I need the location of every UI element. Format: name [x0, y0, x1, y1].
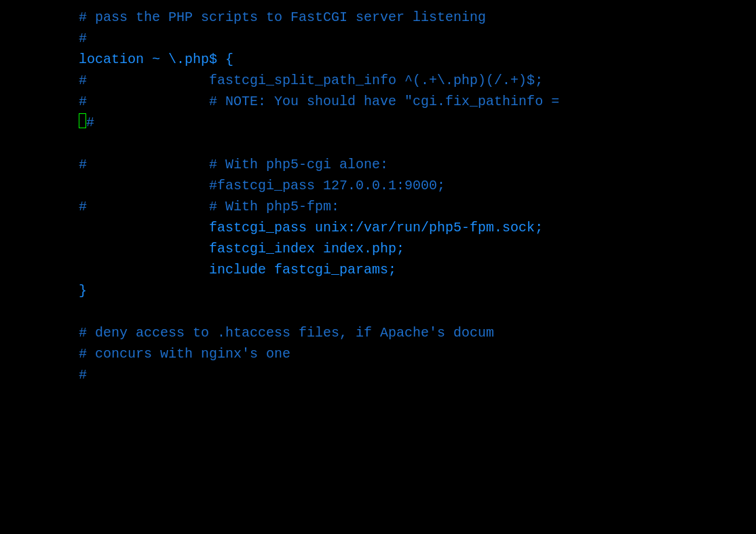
code-text: # fastcgi_split_path_info ^(.+\.php)(/.+…	[14, 70, 543, 91]
code-line-4: # fastcgi_split_path_info ^(.+\.php)(/.+…	[0, 70, 756, 91]
code-line-6: #	[0, 112, 756, 133]
code-text: #	[14, 28, 87, 49]
text-cursor	[79, 113, 86, 128]
code-text: location ~ \.php$ {	[14, 49, 233, 70]
code-line-9: #fastcgi_pass 127.0.0.1:9000;	[0, 175, 756, 196]
code-text: }	[14, 280, 87, 301]
code-line-13: include fastcgi_params;	[0, 259, 756, 280]
code-text: fastcgi_pass unix:/var/run/php5-fpm.sock…	[14, 217, 543, 238]
code-line-3: location ~ \.php$ {	[0, 49, 756, 70]
code-text: # # With php5-fpm:	[14, 196, 339, 217]
code-editor: # pass the PHP scripts to FastCGI server…	[0, 0, 756, 534]
code-line-8: # # With php5-cgi alone:	[0, 154, 756, 175]
code-line-18: #	[0, 364, 756, 385]
code-text: # pass the PHP scripts to FastCGI server…	[14, 7, 494, 28]
code-text: #fastcgi_pass 127.0.0.1:9000;	[14, 175, 445, 196]
code-text	[14, 112, 79, 133]
code-line-17: # concurs with nginx's one	[0, 343, 756, 364]
code-line-15	[0, 301, 756, 322]
code-line-10: # # With php5-fpm:	[0, 196, 756, 217]
code-text	[14, 133, 22, 154]
code-line-12: fastcgi_index index.php;	[0, 238, 756, 259]
code-line-11: fastcgi_pass unix:/var/run/php5-fpm.sock…	[0, 217, 756, 238]
code-text: # # NOTE: You should have "cgi.fix_pathi…	[14, 91, 559, 112]
code-line-7	[0, 133, 756, 154]
code-text: # deny access to .htaccess files, if Apa…	[14, 322, 494, 343]
code-line-5: # # NOTE: You should have "cgi.fix_pathi…	[0, 91, 756, 112]
code-text: include fastcgi_params;	[14, 259, 396, 280]
code-text: fastcgi_index index.php;	[14, 238, 404, 259]
code-line-2: #	[0, 28, 756, 49]
code-text: # # With php5-cgi alone:	[14, 154, 388, 175]
code-text: #	[86, 112, 94, 133]
code-text	[14, 301, 22, 322]
code-text: # concurs with nginx's one	[14, 343, 290, 364]
code-line-14: }	[0, 280, 756, 301]
code-line-16: # deny access to .htaccess files, if Apa…	[0, 322, 756, 343]
code-line-1: # pass the PHP scripts to FastCGI server…	[0, 7, 756, 28]
code-text: #	[14, 364, 87, 385]
